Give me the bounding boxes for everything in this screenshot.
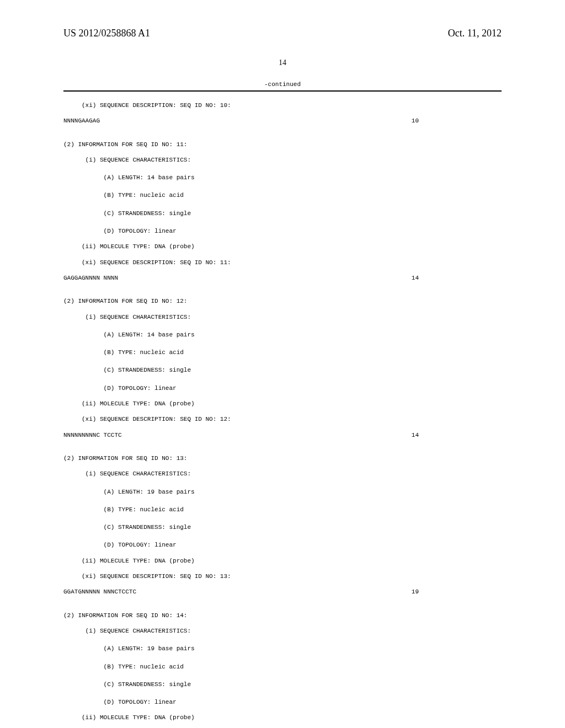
seq-char-b: (B) TYPE: nucleic acid <box>63 496 502 513</box>
seq-char-header: (i) SEQUENCE CHARACTERISTICS: <box>63 156 502 164</box>
seq-char-d: (D) TOPOLOGY: linear <box>63 217 502 235</box>
seq-char-d: (D) TOPOLOGY: linear <box>63 688 502 706</box>
seq-char-b: (B) TYPE: nucleic acid <box>63 181 502 199</box>
sequence-row: NNNNNNNNNC TCCTC 14 <box>63 431 502 439</box>
sequence-length: 10 <box>412 117 502 125</box>
seq-char-b: (B) TYPE: nucleic acid <box>63 653 502 671</box>
seq-mol-type: (ii) MOLECULE TYPE: DNA (probe) <box>63 243 502 250</box>
seq-char-c: (C) STRANDEDNESS: single <box>63 200 502 217</box>
seq-desc-line: (xi) SEQUENCE DESCRIPTION: SEQ ID NO: 12… <box>63 415 502 423</box>
sequence-row: GGATGNNNNN NNNCTCCTC 19 <box>63 588 502 596</box>
sequence-text: NNNNGAAGAG <box>63 117 100 125</box>
seq-char-a: (A) LENGTH: 14 base pairs <box>63 321 502 339</box>
sequence-length: 14 <box>412 431 502 439</box>
seq-char-a: (A) LENGTH: 14 base pairs <box>63 164 502 181</box>
sequence-text: GAGGAGNNNN NNNN <box>63 274 118 282</box>
seq-mol-type: (ii) MOLECULE TYPE: DNA (probe) <box>63 557 502 565</box>
sequence-length: 19 <box>412 588 502 596</box>
seq-char-header: (i) SEQUENCE CHARACTERISTICS: <box>63 470 502 478</box>
seq-mol-type: (ii) MOLECULE TYPE: DNA (probe) <box>63 714 502 721</box>
sequence-row: NNNNGAAGAG 10 <box>63 117 502 125</box>
seq-info-header: (2) INFORMATION FOR SEQ ID NO: 12: <box>63 297 502 305</box>
seq-mol-type: (ii) MOLECULE TYPE: DNA (probe) <box>63 400 502 408</box>
page-header: US 2012/0258868 A1 Oct. 11, 2012 <box>0 0 565 39</box>
sequence-row: GAGGAGNNNN NNNN 14 <box>63 274 502 282</box>
page-number: 14 <box>0 58 565 67</box>
seq-char-header: (i) SEQUENCE CHARACTERISTICS: <box>63 627 502 635</box>
seq-desc-line: (xi) SEQUENCE DESCRIPTION: SEQ ID NO: 10… <box>63 92 502 109</box>
seq-desc-line: (xi) SEQUENCE DESCRIPTION: SEQ ID NO: 11… <box>63 259 502 266</box>
seq-char-c: (C) STRANDEDNESS: single <box>63 671 502 688</box>
continued-label: -continued <box>63 81 502 90</box>
seq-char-header: (i) SEQUENCE CHARACTERISTICS: <box>63 313 502 321</box>
publication-number: US 2012/0258868 A1 <box>63 28 150 39</box>
seq-info-header: (2) INFORMATION FOR SEQ ID NO: 14: <box>63 612 502 619</box>
seq-char-d: (D) TOPOLOGY: linear <box>63 531 502 549</box>
seq-info-header: (2) INFORMATION FOR SEQ ID NO: 11: <box>63 141 502 148</box>
seq-char-a: (A) LENGTH: 19 base pairs <box>63 635 502 652</box>
sequence-listing: -continued (xi) SEQUENCE DESCRIPTION: SE… <box>0 67 565 728</box>
seq-char-d: (D) TOPOLOGY: linear <box>63 374 502 392</box>
seq-char-c: (C) STRANDEDNESS: single <box>63 513 502 531</box>
sequence-text: GGATGNNNNN NNNCTCCTC <box>63 588 136 596</box>
sequence-length: 14 <box>412 274 502 282</box>
seq-char-b: (B) TYPE: nucleic acid <box>63 339 502 356</box>
publication-date: Oct. 11, 2012 <box>448 28 502 39</box>
seq-char-c: (C) STRANDEDNESS: single <box>63 356 502 374</box>
seq-desc-line: (xi) SEQUENCE DESCRIPTION: SEQ ID NO: 13… <box>63 572 502 580</box>
seq-info-header: (2) INFORMATION FOR SEQ ID NO: 13: <box>63 454 502 462</box>
sequence-text: NNNNNNNNNC TCCTC <box>63 431 122 439</box>
seq-char-a: (A) LENGTH: 19 base pairs <box>63 478 502 496</box>
